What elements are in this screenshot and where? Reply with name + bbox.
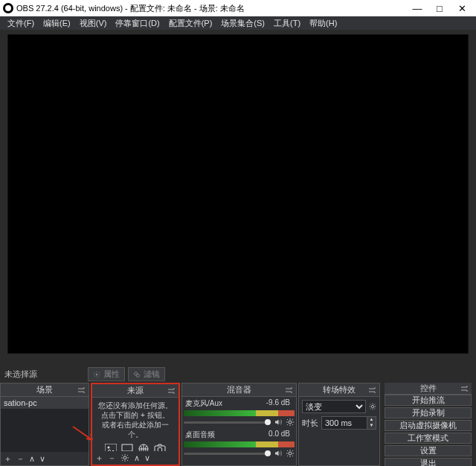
- gear-icon[interactable]: [369, 402, 376, 411]
- scenes-header[interactable]: 场景: [1, 384, 89, 397]
- mixer-channel-desktop: 桌面音频 0.0 dB: [184, 430, 295, 458]
- window-title: OBS 27.2.4 (64-bit, windows) - 配置文件: 未命名…: [16, 3, 406, 14]
- volume-slider[interactable]: [184, 421, 271, 424]
- menu-help[interactable]: 帮助(H): [305, 18, 341, 29]
- start-recording-button[interactable]: 开始录制: [385, 407, 472, 418]
- svg-point-4: [108, 447, 110, 449]
- close-button[interactable]: ✕: [451, 0, 473, 16]
- source-down-button[interactable]: ∨: [144, 453, 150, 463]
- source-settings-button[interactable]: [120, 453, 129, 462]
- studio-mode-button[interactable]: 工作室模式: [385, 433, 472, 444]
- menu-profile[interactable]: 配置文件(P): [164, 18, 217, 29]
- source-up-button[interactable]: ∧: [134, 453, 140, 463]
- duration-label: 时长: [302, 418, 318, 429]
- scenes-panel: 场景 sation-pc ＋ － ∧ ∨: [0, 383, 89, 466]
- start-streaming-button[interactable]: 开始推流: [385, 395, 472, 406]
- svg-point-2: [136, 374, 139, 377]
- settings-button[interactable]: 设置: [385, 445, 472, 456]
- filters-button[interactable]: 滤镜: [128, 367, 165, 381]
- start-virtual-cam-button[interactable]: 启动虚拟摄像机: [385, 420, 472, 431]
- filter-icon: [133, 371, 141, 378]
- channel-db: 0.0 dB: [268, 430, 290, 440]
- svg-point-11: [289, 452, 292, 455]
- menubar: 文件(F) 编辑(E) 视图(V) 停靠窗口(D) 配置文件(P) 场景集合(S…: [0, 16, 476, 30]
- svg-point-8: [158, 447, 162, 451]
- menu-tools[interactable]: 工具(T): [269, 18, 305, 29]
- channel-name: 桌面音频: [185, 430, 215, 440]
- volume-slider[interactable]: [184, 453, 271, 455]
- minimize-button[interactable]: ―: [406, 0, 428, 16]
- popout-icon[interactable]: [367, 386, 376, 395]
- app-icon: [3, 3, 13, 13]
- popout-icon[interactable]: [167, 386, 176, 395]
- menu-edit[interactable]: 编辑(E): [39, 18, 75, 29]
- svg-rect-3: [105, 444, 117, 451]
- titlebar: OBS 27.2.4 (64-bit, windows) - 配置文件: 未命名…: [0, 0, 476, 16]
- remove-scene-button[interactable]: －: [16, 453, 25, 465]
- source-toolbar: 未选择源 属性 滤镜: [0, 366, 476, 383]
- dock-panels: 场景 sation-pc ＋ － ∧ ∨ 来源 您还没有添加任何源。 点击下面的…: [0, 383, 476, 466]
- channel-name: 麦克风/Aux: [185, 398, 222, 409]
- svg-rect-5: [122, 444, 132, 451]
- sources-header[interactable]: 来源: [92, 384, 178, 398]
- camera-icon: [154, 444, 166, 451]
- no-source-label: 未选择源: [4, 369, 37, 380]
- menu-view[interactable]: 视图(V): [75, 18, 112, 29]
- scenes-footer: ＋ － ∧ ∨: [1, 452, 89, 465]
- controls-panel: 控件 开始推流 开始录制 启动虚拟摄像机 工作室模式 设置 退出: [382, 383, 475, 466]
- add-source-button[interactable]: ＋: [95, 453, 103, 464]
- popout-icon[interactable]: [284, 386, 293, 395]
- image-icon: [105, 444, 117, 451]
- scene-item[interactable]: sation-pc: [1, 397, 89, 409]
- speaker-icon[interactable]: [274, 418, 283, 427]
- properties-button[interactable]: 属性: [88, 367, 125, 381]
- duration-spinner[interactable]: 300 ms ▲▼: [321, 416, 376, 430]
- menu-scenecoll[interactable]: 场景集合(S): [216, 18, 269, 29]
- mixer-panel: 混音器 麦克风/Aux -9.6 dB 桌面音频 0.0 dB: [181, 383, 297, 466]
- menu-file[interactable]: 文件(F): [3, 18, 39, 29]
- svg-point-9: [123, 456, 126, 459]
- add-scene-button[interactable]: ＋: [4, 453, 12, 465]
- svg-point-10: [289, 421, 292, 424]
- controls-header[interactable]: 控件: [385, 383, 472, 395]
- mixer-header[interactable]: 混音器: [182, 384, 296, 397]
- scene-down-button[interactable]: ∨: [39, 454, 45, 464]
- scene-up-button[interactable]: ∧: [29, 454, 35, 464]
- menu-dock[interactable]: 停靠窗口(D): [111, 18, 164, 29]
- vu-meter: [184, 410, 295, 416]
- svg-point-0: [96, 373, 98, 375]
- transitions-panel: 转场特效 淡变 时长 300 ms ▲▼: [298, 383, 380, 466]
- vu-meter: [184, 441, 295, 447]
- globe-icon: [138, 444, 149, 451]
- gear-icon: [93, 371, 100, 378]
- popout-icon[interactable]: [460, 384, 469, 393]
- gear-icon[interactable]: [286, 449, 295, 458]
- svg-point-12: [371, 405, 373, 407]
- gear-icon: [120, 453, 129, 462]
- popout-icon[interactable]: [77, 386, 86, 395]
- exit-button[interactable]: 退出: [385, 458, 472, 466]
- transitions-header[interactable]: 转场特效: [299, 384, 379, 397]
- channel-db: -9.6 dB: [266, 398, 290, 409]
- sources-empty[interactable]: 您还没有添加任何源。 点击下面的 + 按钮。 或者右击此处添加一个。: [92, 398, 178, 451]
- speaker-icon[interactable]: [274, 449, 283, 458]
- gear-icon[interactable]: [286, 418, 295, 427]
- maximize-button[interactable]: □: [428, 0, 451, 16]
- sources-footer: ＋ － ∧ ∨: [92, 451, 178, 465]
- sources-panel: 来源 您还没有添加任何源。 点击下面的 + 按钮。 或者右击此处添加一个。 ＋ …: [91, 383, 180, 466]
- remove-source-button[interactable]: －: [108, 453, 116, 464]
- svg-point-1: [135, 372, 138, 375]
- transition-select[interactable]: 淡变: [302, 400, 366, 413]
- spin-up-icon[interactable]: ▲: [367, 417, 376, 423]
- mixer-channel-mic: 麦克风/Aux -9.6 dB: [184, 398, 295, 427]
- spin-down-icon[interactable]: ▼: [367, 423, 376, 429]
- monitor-icon: [121, 444, 133, 451]
- preview-area[interactable]: [7, 34, 469, 354]
- svg-rect-7: [155, 446, 165, 451]
